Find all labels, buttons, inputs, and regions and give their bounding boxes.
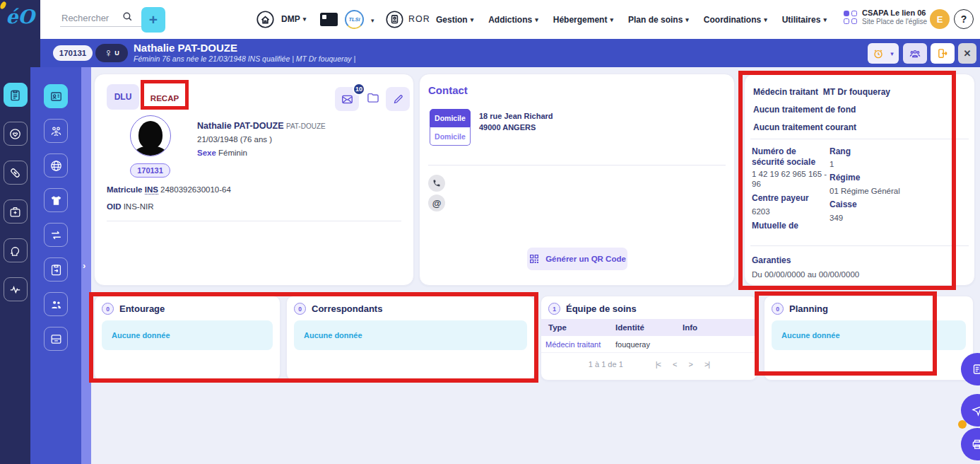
patient-number-pill: 170131 [130,163,170,178]
document-icon [971,363,980,376]
menu-hebergement[interactable]: Hébergement▾ [553,15,613,25]
sidebar-item-referrals[interactable] [44,257,68,282]
sidebar-item-pansements[interactable] [4,161,28,185]
care-team-button[interactable] [903,43,927,64]
phone-button[interactable] [428,175,445,192]
page-next-icon[interactable]: > [688,360,692,369]
head-profile-icon [8,244,22,257]
close-button[interactable]: ✕ [958,43,976,64]
sidebar-item-social[interactable] [44,153,68,178]
address-type-button-selected[interactable]: Domicile [430,109,471,127]
ror-label: ROR [408,14,430,24]
pagination: 1 à 1 de 1 |< < > >| [541,360,757,369]
qr-code-icon [529,253,540,265]
card-box-icon [49,332,63,346]
search-icon[interactable] [122,11,134,23]
patient-photo[interactable] [130,115,171,156]
mutuelle-label: Mutuelle de [752,221,798,231]
sidebar-item-constantes[interactable] [4,277,28,301]
organization-logo-icon [844,11,857,24]
nss-label: Numéro de sécurité sociale [752,146,828,168]
ror-icon[interactable] [385,10,404,29]
pulse-icon [8,283,22,296]
tshirt-icon [49,194,63,207]
pagination-label: 1 à 1 de 1 [589,360,623,369]
page-first-icon[interactable]: |< [656,360,661,369]
medecin-traitant-line: Médecin traitant MT Dr fouqueray [753,87,890,97]
entourage-empty-state: Aucune donnée [102,320,273,350]
sidebar-item-billing[interactable] [44,327,68,351]
planning-empty-state: Aucune donnée [772,320,966,350]
menu-utilitaires[interactable]: Utilitaires▾ [782,15,827,25]
row-identite: fouqueray [615,340,683,349]
alarm-button[interactable]: ▾ [868,43,899,64]
entourage-title: Entourage [119,303,165,314]
sidebar-item-clothing[interactable] [44,188,68,212]
phone-icon [432,179,441,187]
menu-coordinations[interactable]: Coordinations▾ [704,15,767,25]
vitale-card-icon[interactable] [319,12,338,27]
alarm-clock-icon [873,48,884,59]
entourage-card: 0 Entourage Aucune donnée [94,296,281,381]
planning-card: 0 Planning Aucune donnée [764,296,974,381]
sidebar-item-transfers[interactable] [44,223,68,247]
nss-value: 1 42 19 62 965 165 - 96 [752,169,830,189]
page-prev-icon[interactable]: < [673,360,676,369]
sidebar-item-medical-kit[interactable] [4,199,28,224]
user-avatar[interactable]: E [930,9,950,29]
row-type-link[interactable]: Médecin traitant [541,340,615,349]
fab-print-button[interactable] [961,428,980,460]
sidebar-item-soins[interactable] [4,122,28,146]
patient-summary-card: DLU RECAP 10 170131 Nathalie PAT-DOUZE P… [94,74,414,286]
edit-button[interactable] [386,87,410,111]
oid-line: OID INS-NIR [107,202,153,211]
app-logo[interactable]: éO [0,0,40,67]
equipe-title: Équipe de soins [566,303,637,314]
column-identite: Identité [615,323,683,332]
sidebar-item-dossier[interactable] [4,83,28,107]
family-icon [49,124,63,138]
menu-gestion[interactable]: Gestion▾ [436,15,473,25]
menu-addictions[interactable]: Addictions▾ [488,15,538,25]
equipe-de-soins-card: 1 Équipe de soins Type Identité Info Méd… [541,296,757,381]
sidebar-item-identity[interactable] [44,84,68,108]
equipe-table-header: Type Identité Info [541,319,757,336]
tlsi-icon[interactable]: TLSi [345,10,364,29]
tab-recap[interactable]: RECAP [147,87,182,110]
add-patient-button[interactable]: + [141,7,165,33]
gender-badge[interactable]: ♀ U [95,44,128,62]
fab-notification-dot [958,420,967,429]
topbar: + DMP▾ TLSi ▾ ROR Gestion▾ Addictions▾ H… [0,0,980,39]
help-button[interactable]: ? [954,9,974,29]
transfer-record-button[interactable] [931,43,955,64]
expand-chevron-icon[interactable]: › [83,260,85,271]
centre-payeur-value: 6203 [752,207,770,216]
caret-down-icon: ▾ [303,16,307,23]
people-group-icon [909,47,921,60]
at-icon: @ [432,198,442,209]
sidebar-modules [0,67,30,464]
female-icon: ♀ [104,47,112,59]
sidebar-item-psy[interactable] [4,238,28,262]
sidebar-item-family[interactable] [44,119,68,143]
organization-block[interactable]: CSAPA Le lien 06 Site Place de l'église [844,8,927,26]
email-button[interactable]: @ [428,195,445,211]
traitement-fond-line: Aucun traitement de fond [753,105,856,115]
correspondants-count-badge: 0 [294,303,306,315]
page-last-icon[interactable]: >| [704,360,709,369]
heart-care-icon [8,127,22,141]
folder-button[interactable] [366,91,380,105]
home-icon[interactable] [256,10,275,29]
contact-title: Contact [428,84,468,96]
caisse-label: Caisse [830,199,857,210]
correspondants-card: 0 Correspondants Aucune donnée [286,296,535,381]
caret-down-icon[interactable]: ▾ [371,17,374,24]
tab-dlu[interactable]: DLU [107,84,139,110]
dmp-menu[interactable]: DMP▾ [281,14,306,24]
sidebar-item-contacts[interactable] [44,292,68,316]
envelope-icon [341,93,354,106]
address-type-button[interactable]: Domicile [430,127,471,146]
planning-count-badge: 0 [772,303,784,315]
menu-plan-de-soins[interactable]: Plan de soins▾ [628,15,689,25]
generate-qr-button[interactable]: Générer un QR Code [527,248,627,270]
